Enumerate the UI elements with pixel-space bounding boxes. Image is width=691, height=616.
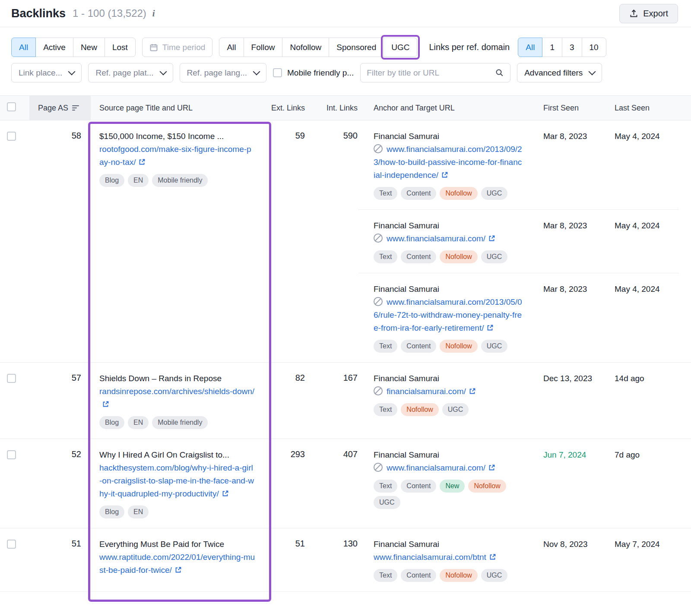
external-link-icon xyxy=(222,490,229,497)
source-title: $150,000 Income, $150 Income ... xyxy=(99,130,256,143)
badge: Mobile friendly xyxy=(152,174,208,187)
mobile-friendly-checkbox[interactable] xyxy=(273,68,282,77)
target-url-link[interactable]: www.financialsamurai.com/2013/05/06/rule… xyxy=(374,297,522,332)
link-type-all[interactable]: All xyxy=(219,38,244,57)
page-as-value: 58 xyxy=(29,120,91,362)
tag: Text xyxy=(374,569,397,582)
source-url-link[interactable]: rootofgood.com/make-six-figure-income-pa… xyxy=(99,145,251,167)
tag: Nofollow xyxy=(401,403,438,416)
page-as-value: 52 xyxy=(29,439,91,528)
links-per-domain-10[interactable]: 10 xyxy=(582,38,606,57)
source-url-link[interactable]: www.raptitude.com/2022/01/everything-mus… xyxy=(99,553,255,575)
tag: Text xyxy=(374,187,397,200)
badge: Blog xyxy=(99,505,124,518)
link-placement-dropdown[interactable]: Link place... xyxy=(11,63,82,82)
target-url-link[interactable]: financialsamurai.com/ xyxy=(387,387,476,396)
badge: Mobile friendly xyxy=(152,416,208,429)
source-title: Everything Must Be Paid for Twice xyxy=(99,538,256,551)
mobile-friendly-filter[interactable]: Mobile friendly p... xyxy=(273,68,354,78)
info-icon[interactable]: i xyxy=(152,8,155,19)
row-checkbox[interactable] xyxy=(7,540,16,549)
tag: UGC xyxy=(481,569,508,582)
links-per-domain-all[interactable]: All xyxy=(518,38,542,57)
source-title: Shields Down – Rands in Repose xyxy=(99,372,256,385)
table-row: 57 Shields Down – Rands in Repose randsi… xyxy=(0,363,691,439)
search-button[interactable] xyxy=(488,63,510,82)
ref-page-language-label: Ref. page lang... xyxy=(187,68,247,78)
page-as-value: 51 xyxy=(29,528,91,591)
advanced-filters-label: Advanced filters xyxy=(524,68,583,78)
link-type-ugc[interactable]: UGC xyxy=(384,38,417,57)
tag: UGC xyxy=(442,403,469,416)
anchor-tags: Text Content New Nofollow UGC xyxy=(374,480,523,509)
row-checkbox-cell xyxy=(0,439,29,528)
status-filter-lost[interactable]: Lost xyxy=(105,38,136,57)
filters: All Active New Lost Time period All Foll… xyxy=(0,27,691,82)
source-badges: Blog EN Mobile friendly xyxy=(99,174,256,187)
filter-row-2: Link place... Ref. page plat... Ref. pag… xyxy=(11,63,679,82)
first-seen-value: Mar 8, 2023 xyxy=(531,273,603,362)
target-url-text: www.financialsamurai.com/ xyxy=(387,234,485,243)
select-all-checkbox[interactable] xyxy=(7,102,16,111)
anchor-cell: Financial Samurai financialsamurai.com/ … xyxy=(358,363,531,426)
tag: Content xyxy=(401,340,436,353)
advanced-filters-dropdown[interactable]: Advanced filters xyxy=(517,63,602,82)
ref-page-platform-dropdown[interactable]: Ref. page plat... xyxy=(88,63,173,82)
anchor-cell: Financial Samurai www.financialsamurai.c… xyxy=(358,528,531,591)
column-header-page-as[interactable]: Page AS xyxy=(29,96,91,120)
ref-page-platform-label: Ref. page plat... xyxy=(95,68,153,78)
target-url-link[interactable]: www.financialsamurai.com/ xyxy=(387,234,495,243)
source-cell: Why I Hired A Girl On Craigslist to... h… xyxy=(91,439,267,528)
source-cell: Everything Must Be Paid for Twice www.ra… xyxy=(91,528,267,591)
links-per-domain-1[interactable]: 1 xyxy=(542,38,562,57)
ref-page-language-dropdown[interactable]: Ref. page lang... xyxy=(180,63,266,82)
source-badges: Blog EN xyxy=(99,505,256,518)
int-links-value: 407 xyxy=(306,439,358,528)
target-url-link[interactable]: www.financialsamurai.com/btnt xyxy=(374,553,496,562)
badge: Blog xyxy=(99,416,124,429)
tag: Nofollow xyxy=(440,250,477,263)
source-url-link[interactable]: hackthesystem.com/blog/why-i-hired-a-gir… xyxy=(99,463,254,498)
tag: Text xyxy=(374,250,397,263)
target-url-link[interactable]: www.financialsamurai.com/ xyxy=(387,463,495,472)
links-per-domain-label: Links per ref. domain xyxy=(429,42,510,52)
tag: Content xyxy=(401,480,436,493)
first-seen-value: Nov 8, 2023 xyxy=(531,528,603,591)
anchor-row: Financial Samurai www.financialsamurai.c… xyxy=(358,528,679,591)
anchor-text: Financial Samurai xyxy=(374,449,523,461)
row-checkbox[interactable] xyxy=(7,374,16,383)
status-filter-new[interactable]: New xyxy=(73,38,105,57)
anchor-cell: Financial Samurai www.financialsamurai.c… xyxy=(358,439,531,518)
link-type-nofollow[interactable]: Nofollow xyxy=(282,38,329,57)
link-type-follow[interactable]: Follow xyxy=(244,38,283,57)
row-checkbox[interactable] xyxy=(7,132,16,141)
sort-icon xyxy=(72,105,79,111)
anchor-tags: Text Content Nofollow UGC xyxy=(374,569,523,582)
target-url-text: financialsamurai.com/ xyxy=(387,387,466,396)
anchor-text: Financial Samurai xyxy=(374,283,523,296)
tag: Text xyxy=(374,403,397,416)
last-seen-value: May 7, 2024 xyxy=(603,528,679,591)
target-url-text: www.financialsamurai.com/btnt xyxy=(374,553,486,562)
int-links-value: 590 xyxy=(306,120,358,362)
export-button[interactable]: Export xyxy=(619,4,678,23)
chevron-down-icon xyxy=(159,68,167,76)
results-range: 1 - 100 (13,522) xyxy=(73,7,146,19)
link-type-sponsored[interactable]: Sponsored xyxy=(329,38,384,57)
links-per-domain-3[interactable]: 3 xyxy=(562,38,582,57)
first-seen-value: Jun 7, 2024 xyxy=(531,439,603,518)
source-url-link[interactable]: randsinrepose.com/archives/shields-down/ xyxy=(99,387,254,409)
ext-links-value: 82 xyxy=(267,363,306,439)
ext-links-value: 59 xyxy=(267,120,306,362)
column-header-first-seen: First Seen xyxy=(531,104,603,113)
anchor-row: Financial Samurai www.financialsamurai.c… xyxy=(358,439,679,518)
row-checkbox[interactable] xyxy=(7,450,16,459)
links-per-domain-group: All 1 3 10 xyxy=(518,38,606,57)
status-filter-active[interactable]: Active xyxy=(35,38,73,57)
external-link-icon xyxy=(138,158,146,166)
target-url-link[interactable]: www.financialsamurai.com/2013/09/23/how-… xyxy=(374,145,522,180)
backlinks-report: Backlinks 1 - 100 (13,522) i Export All … xyxy=(0,0,691,592)
status-filter-all[interactable]: All xyxy=(11,38,36,57)
time-period-button[interactable]: Time period xyxy=(142,38,213,57)
search-input[interactable] xyxy=(361,68,488,78)
